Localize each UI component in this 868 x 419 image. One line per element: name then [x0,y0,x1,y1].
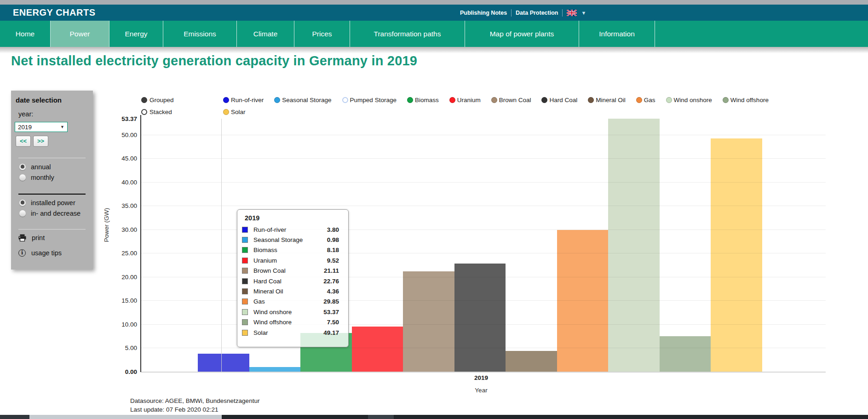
tooltip-series-name: Wind onshore [253,309,323,316]
tooltip-row-wind-onshore: Wind onshore53.37 [242,307,339,317]
nav-tab-home[interactable]: Home [0,21,51,47]
divider [562,9,563,17]
bar-wind-onshore[interactable] [608,119,660,372]
legend-item-mineral-oil[interactable]: Mineral Oil [588,97,626,103]
legend-mode-grouped[interactable]: Grouped [141,97,223,103]
legend-item-gas[interactable]: Gas [636,97,655,103]
tooltip-series-value: 49.17 [323,329,339,336]
y-axis-title: Power (GW) [103,208,110,242]
scrollbar-thumb[interactable] [29,415,222,419]
legend-item-run-of-river[interactable]: Run-of-river [223,97,264,103]
legend-item-label: Brown Coal [499,97,531,103]
nav-tab-information[interactable]: Information [579,21,655,47]
next-year-button[interactable]: >> [33,136,48,147]
period-radio-group: annualmonthly [19,163,54,181]
legend-item-brown-coal[interactable]: Brown Coal [491,97,531,103]
tooltip-series-name: Gas [253,298,323,305]
tooltip-swatch-icon [242,268,248,274]
x-axis-title: Year [475,387,487,394]
horizontal-scrollbar[interactable] [0,415,868,419]
data-protection-link[interactable]: Data Protection [516,10,558,16]
y-tick-45.00: 45.00 [106,155,137,162]
legend-item-seasonal-storage[interactable]: Seasonal Storage [274,97,331,103]
legend-item-label: Pumped Storage [350,97,397,103]
language-selector[interactable]: ▼ [567,10,586,16]
radio-selected-icon [19,164,26,170]
legend-item-uranium[interactable]: Uranium [449,97,481,103]
tooltip-series-value: 9.52 [327,257,339,264]
tooltip-series-value: 21.11 [324,267,339,274]
period-option-monthly[interactable]: monthly [19,174,54,181]
bar-uranium[interactable] [352,327,403,372]
nav-tab-map-of-power-plants[interactable]: Map of power plants [465,21,579,47]
panel-divider [18,229,86,230]
gridline [141,135,826,135]
panel-divider [18,158,86,158]
legend-item-solar[interactable]: Solar [223,109,246,115]
nav-tab-transformation-paths[interactable]: Transformation paths [350,21,465,47]
legend-mode-label: Stacked [149,109,172,115]
tooltip-series-value: 22.76 [323,278,339,285]
bar-mineral-oil[interactable] [506,351,557,372]
chart-tooltip: 2019 Run-of-river3.80Seasonal Storage0.9… [237,209,349,347]
previous-year-button[interactable]: << [16,136,31,147]
print-button[interactable]: print [18,234,45,241]
y-tick-10.00: 10.00 [106,321,137,327]
panel-divider [18,194,86,195]
tooltip-row-brown-coal: Brown Coal21.11 [242,266,339,276]
legend-item-biomass[interactable]: Biomass [407,97,439,103]
x-tick-label: 2019 [474,374,488,381]
period-option-annual[interactable]: annual [19,163,54,171]
legend-marker-icon [407,97,413,103]
legend-item-wind-onshore[interactable]: Wind onshore [666,97,712,103]
nav-tab-energy[interactable]: Energy [109,21,163,47]
period-label: monthly [31,174,54,181]
y-tick-40.00: 40.00 [106,178,137,185]
tooltip-series-name: Uranium [253,257,327,264]
legend-mode-label: Grouped [149,97,174,103]
legend-item-pumped-storage[interactable]: Pumped Storage [342,97,397,103]
view-option-installed-power[interactable]: installed power [19,199,80,207]
legend-marker-icon [342,97,348,103]
bar-seasonal-storage[interactable] [249,367,301,372]
nav-tab-climate[interactable]: Climate [237,21,294,47]
header-links: Publishing Notes Data Protection ▼ [460,5,586,21]
legend-item-label: Seasonal Storage [282,97,331,103]
tooltip-row-mineral-oil: Mineral Oil4.36 [242,286,339,296]
legend-item-label: Run-of-river [231,97,264,103]
tooltip-series-name: Solar [253,329,323,336]
tooltip-series-value: 4.36 [327,288,339,295]
bar-brown-coal[interactable] [403,271,454,372]
chevron-down-icon: ▼ [581,10,586,16]
tooltip-swatch-icon [242,237,248,243]
legend-item-hard-coal[interactable]: Hard Coal [541,97,577,103]
date-selection-panel: date selection year: 2019 ▼ << >> annual… [11,91,93,270]
legend-mode-stacked[interactable]: Stacked [141,109,223,115]
nav-tab-emissions[interactable]: Emissions [163,21,237,47]
bar-run-of-river[interactable] [198,354,249,372]
datasource-text: Datasource: AGEE, BMWi, Bundesnetzagentu… [130,397,259,404]
tooltip-series-value: 53.37 [323,309,339,316]
chevron-down-icon: ▼ [60,125,64,129]
year-select[interactable]: 2019 ▼ [15,122,68,132]
tooltip-series-value: 7.50 [327,319,339,326]
y-tick-5.00: 5.00 [106,344,137,351]
view-option-in-and-decrease[interactable]: in- and decrease [19,210,80,217]
divider [511,9,512,17]
legend-item-wind-offshore[interactable]: Wind offshore [723,97,769,103]
legend-marker-icon [723,97,729,103]
bar-wind-offshore[interactable] [660,336,711,372]
page-title: Net installed electricity generation cap… [11,53,417,69]
tooltip-series-value: 8.18 [327,247,339,253]
nav-tab-power[interactable]: Power [51,21,109,47]
bar-solar[interactable] [711,138,762,372]
nav-tab-prices[interactable]: Prices [294,21,350,47]
info-icon: i [18,249,26,257]
nav-shadow [0,47,868,53]
tooltip-series-name: Biomass [253,247,327,253]
y-tick-20.00: 20.00 [106,273,137,280]
year-label: year: [18,110,33,118]
publishing-notes-link[interactable]: Publishing Notes [460,10,507,16]
usage-tips-button[interactable]: i usage tips [18,249,62,257]
bar-hard-coal[interactable] [454,264,506,372]
